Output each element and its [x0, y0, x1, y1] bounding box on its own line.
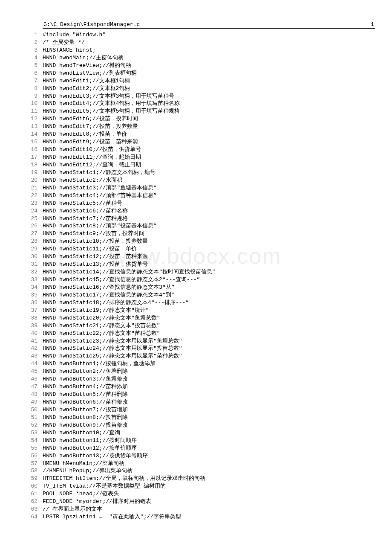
line-number: 28: [17, 238, 43, 245]
code-text: HWND hwndStatic20;//静态文本"鱼塘总数": [43, 314, 160, 322]
line-number: 58: [17, 467, 43, 475]
code-text: HWND hwndButton3;//鱼塘修改: [43, 375, 128, 383]
code-text: POOL_NODE *head;//链表头: [43, 490, 119, 498]
line-number: 31: [17, 261, 43, 268]
code-text: HWND hwndStatic17;//查找信息的静态文本4“到”: [43, 291, 174, 299]
code-line: 28HWND hwndStatic10;//投苗，投养数量: [17, 238, 375, 245]
code-text: HWND hwndButton8;//投苗删除: [43, 414, 128, 421]
line-number: 5: [17, 62, 43, 70]
code-text: HWND hwndEdit5;//文本框5句柄，用于填写苗种规格: [43, 108, 180, 115]
line-number: 50: [17, 406, 43, 414]
code-text: HMENU hMenuMain;//菜单句柄: [43, 460, 124, 468]
code-text: HWND hwndButton4;//苗种添加: [43, 383, 128, 391]
code-line: 13HWND hwndEdit7;//投苗，投养数量: [17, 123, 375, 131]
code-line: 48HWND hwndButton5;//苗种删除: [17, 391, 375, 398]
code-text: HWND hwndStatic13;//投苗，供货单号: [43, 261, 148, 268]
line-number: 23: [17, 200, 43, 207]
code-text: HWND hwndEdit10;//投苗，供货单号: [43, 146, 141, 154]
code-text: HWND hwndButton5;//苗种删除: [43, 391, 128, 398]
code-text: #include "Window.h": [43, 31, 106, 39]
code-line: 23HWND hwndStatic5;//苗种号: [17, 200, 375, 207]
code-line: 22HWND hwndStatic4;//顶部“苗种基本信息”: [17, 192, 375, 200]
code-text: HWND hwndStatic8;//顶部“投苗基本信息”: [43, 222, 157, 230]
line-number: 1: [17, 31, 43, 39]
code-line: 18HWND hwndEdit12;//查询，截止日期: [17, 161, 375, 169]
line-number: 34: [17, 284, 43, 291]
line-number: 10: [17, 100, 43, 108]
code-text: HWND hwndStatic21;//静态文本"投苗总数": [43, 322, 160, 330]
code-line: 41HWND hwndStatic23;//静态文本用以显示"鱼塘总数": [17, 337, 375, 345]
code-line: 1#include "Window.h": [17, 31, 375, 39]
code-text: HWND hwndStatic7;//苗种规格: [43, 215, 128, 223]
line-number: 57: [17, 460, 43, 468]
code-text: HWND hwndEdit8;//投苗，单价: [43, 131, 127, 138]
code-line: 59HTREEITEM htItem;//全局，鼠标句柄，用以记录双击时的句柄: [17, 475, 375, 482]
line-number: 63: [17, 506, 43, 513]
line-number: 45: [17, 368, 43, 375]
code-text: HWND hwndStatic6;//苗种名称: [43, 207, 128, 215]
code-text: HWND hwndEdit6;//投苗，投养时间: [43, 115, 138, 123]
code-line: 6HWND hwndListView;//列表框句柄: [17, 70, 375, 77]
line-number: 21: [17, 184, 43, 192]
line-number: 53: [17, 429, 43, 437]
code-line: 35HWND hwndStatic17;//查找信息的静态文本4“到”: [17, 291, 375, 299]
line-number: 35: [17, 291, 43, 299]
code-text: HWND hwndEdit3;//文本框3句柄，用于填写苗种号: [43, 93, 174, 100]
code-line: 60TV_ITEM tviaa;//不是基本数据类型 编树用的: [17, 482, 375, 490]
line-number: 16: [17, 146, 43, 154]
code-line: 49HWND hwndButton6;//苗种修改: [17, 398, 375, 406]
code-text: HWND hwndStatic25;//静态文本用以显示"苗种总数": [43, 352, 182, 360]
code-text: HWND hwndEdit4;//文本框4句柄，用于填写苗种名称: [43, 100, 180, 108]
code-text: HWND hwndStatic9;//投苗，投养时间: [43, 230, 144, 238]
code-line: 53HWND hwndButton10;//查询: [17, 429, 375, 437]
line-number: 6: [17, 70, 43, 77]
line-number: 13: [17, 123, 43, 131]
line-number: 49: [17, 398, 43, 406]
line-number: 64: [17, 513, 43, 521]
code-line: 9HWND hwndEdit3;//文本框3句柄，用于填写苗种号: [17, 93, 375, 100]
code-line: 14HWND hwndEdit8;//投苗，单价: [17, 131, 375, 138]
line-number: 37: [17, 307, 43, 314]
code-text: HWND hwndEdit7;//投苗，投养数量: [43, 123, 138, 131]
code-line: 29HWND hwndStatic11;//投苗，单价: [17, 245, 375, 253]
line-number: 54: [17, 437, 43, 445]
line-number: 18: [17, 161, 43, 169]
code-text: HWND hwndStatic5;//苗种号: [43, 200, 122, 207]
code-text: HWND hwndStatic11;//投苗，单价: [43, 245, 137, 253]
code-line: 24HWND hwndStatic6;//苗种名称: [17, 207, 375, 215]
code-text: HWND hwndEdit2;//文本框2句柄: [43, 85, 130, 93]
line-number: 7: [17, 77, 43, 85]
code-text: LPSTR lpszLatin1 = "请在此输入";//字符串类型: [43, 513, 181, 521]
code-text: HWND hwndStatic15;//查找信息的静态文本2“---查询---”: [43, 276, 200, 284]
code-text: HWND hwndEdit11;//查询，起始日期: [43, 154, 141, 161]
code-text: HWND hwndStatic24;//静态文本用以显示"投苗总数": [43, 345, 182, 352]
code-line: 37HWND hwndStatic19;//静态文本"统计": [17, 307, 375, 314]
code-text: HWND hwndButton12;//按单价顺序: [43, 445, 137, 452]
code-text: HWND hwndButton9;//投苗修改: [43, 421, 128, 429]
line-number: 46: [17, 375, 43, 383]
line-number: 62: [17, 498, 43, 506]
line-number: 44: [17, 360, 43, 368]
code-text: HWND hwndStatic19;//静态文本"统计": [43, 307, 149, 314]
line-number: 39: [17, 322, 43, 330]
code-text: HWND hwndStatic23;//静态文本用以显示"鱼塘总数": [43, 337, 182, 345]
line-number: 12: [17, 115, 43, 123]
code-text: HINSTANCE hinst;: [43, 46, 96, 54]
line-number: 56: [17, 452, 43, 460]
code-text: //HMENU hPopup;//弹出菜单句柄: [43, 467, 133, 475]
line-number: 41: [17, 337, 43, 345]
line-number: 26: [17, 222, 43, 230]
line-number: 38: [17, 314, 43, 322]
line-number: 15: [17, 138, 43, 146]
code-line: 8HWND hwndEdit2;//文本框2句柄: [17, 85, 375, 93]
code-text: HWND hwndButton11;//按时间顺序: [43, 437, 137, 445]
line-number: 3: [17, 46, 43, 54]
code-line: 10HWND hwndEdit4;//文本框4句柄，用于填写苗种名称: [17, 100, 375, 108]
code-text: HWND hwndMain;//主窗体句柄: [43, 54, 124, 62]
code-line: 58//HMENU hPopup;//弹出菜单句柄: [17, 467, 375, 475]
code-line: 26HWND hwndStatic8;//顶部“投苗基本信息”: [17, 222, 375, 230]
line-number: 60: [17, 482, 43, 490]
code-text: HWND hwndButton7;//投苗增加: [43, 406, 128, 414]
code-line: 16HWND hwndEdit10;//投苗，供货单号: [17, 146, 375, 154]
code-line: 31HWND hwndStatic13;//投苗，供货单号: [17, 261, 375, 268]
